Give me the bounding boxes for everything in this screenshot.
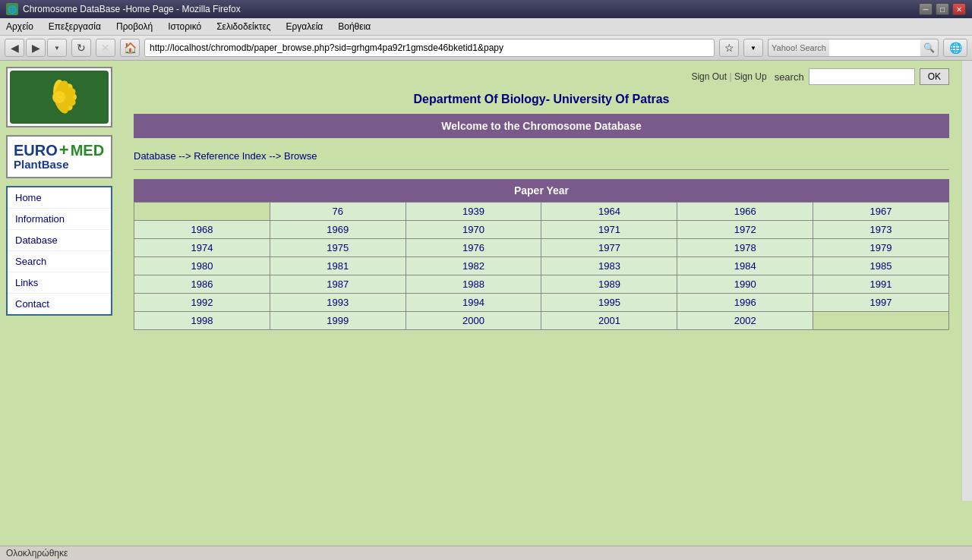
- plantbase-text: PlantBase: [14, 158, 69, 171]
- year-cell[interactable]: 1978: [677, 239, 813, 257]
- menu-edit[interactable]: Επεξεργασία: [46, 20, 104, 33]
- year-cell: [813, 312, 949, 330]
- year-cell[interactable]: 1991: [813, 275, 949, 294]
- year-cell[interactable]: 1968: [134, 221, 270, 239]
- nav-contact[interactable]: Contact: [8, 294, 111, 314]
- year-cell[interactable]: 1979: [813, 239, 949, 257]
- yahoo-search-button[interactable]: 🔍: [920, 39, 939, 57]
- year-cell[interactable]: 1999: [270, 312, 406, 330]
- year-cell[interactable]: 2000: [406, 312, 541, 330]
- year-cell[interactable]: 2002: [677, 312, 813, 330]
- year-cell[interactable]: 1967: [813, 203, 949, 221]
- menu-tools[interactable]: Εργαλεία: [283, 20, 327, 33]
- ok-button[interactable]: OK: [920, 68, 949, 85]
- browser-titlebar: 🌐 Chromosome DataBase -Home Page - Mozil…: [0, 0, 972, 18]
- forward-button[interactable]: ▶: [26, 39, 46, 57]
- url-bar[interactable]: [144, 39, 715, 57]
- year-cell[interactable]: 1985: [813, 257, 949, 275]
- year-cell[interactable]: 1987: [270, 275, 406, 294]
- year-cell[interactable]: 1994: [406, 294, 541, 312]
- year-cell[interactable]: 1981: [270, 257, 406, 275]
- breadcrumb-browse[interactable]: Browse: [284, 150, 317, 162]
- nav-links[interactable]: Links: [8, 272, 111, 294]
- year-cell[interactable]: 1990: [677, 275, 813, 294]
- svg-point-9: [53, 91, 65, 103]
- year-cell[interactable]: 1974: [134, 239, 270, 257]
- nav-back-forward: ◀ ▶ ▼: [5, 39, 67, 57]
- nav-search[interactable]: Search: [8, 251, 111, 272]
- home-button[interactable]: 🏠: [120, 39, 140, 57]
- year-cell[interactable]: 1966: [677, 203, 813, 221]
- sign-up-link[interactable]: Sign Up: [734, 71, 767, 82]
- menu-file[interactable]: Αρχείο: [3, 20, 36, 33]
- year-cell[interactable]: 1973: [813, 221, 949, 239]
- browser-title: 🌐 Chromosome DataBase -Home Page - Mozil…: [6, 3, 241, 15]
- breadcrumb-database[interactable]: Database -->: [134, 150, 191, 162]
- year-cell[interactable]: 1995: [541, 294, 677, 312]
- search-area: search OK: [775, 68, 949, 85]
- year-cell[interactable]: 1989: [541, 275, 677, 294]
- year-cell[interactable]: 1971: [541, 221, 677, 239]
- close-button[interactable]: ✕: [952, 3, 966, 15]
- nav-dropdown[interactable]: ▼: [47, 39, 67, 57]
- sign-out-link[interactable]: Sign Out: [691, 71, 727, 82]
- year-cell[interactable]: 1997: [813, 294, 949, 312]
- reload-button[interactable]: ↻: [71, 39, 91, 57]
- page-wrapper: EURO + MED PlantBase Home Information Da…: [0, 61, 972, 501]
- year-cell[interactable]: 1964: [541, 203, 677, 221]
- breadcrumb-reference[interactable]: Reference Index -->: [194, 150, 281, 162]
- yahoo-search-input[interactable]: [829, 39, 920, 57]
- breadcrumb-divider: [134, 169, 949, 170]
- year-cell: [134, 203, 270, 221]
- university-title: Department Of Biology- University Of Pat…: [134, 93, 949, 106]
- year-cell[interactable]: 1975: [270, 239, 406, 257]
- stop-button[interactable]: ✕: [96, 39, 115, 57]
- year-cell[interactable]: 1972: [677, 221, 813, 239]
- back-button[interactable]: ◀: [5, 39, 24, 57]
- year-cell[interactable]: 1996: [677, 294, 813, 312]
- year-cell[interactable]: 1977: [541, 239, 677, 257]
- plus-icon: +: [59, 143, 69, 157]
- year-cell[interactable]: 1984: [677, 257, 813, 275]
- sign-links: Sign Out | Sign Up: [691, 71, 766, 82]
- maximize-button[interactable]: □: [936, 3, 949, 15]
- nav-database[interactable]: Database: [8, 230, 111, 251]
- menu-view[interactable]: Προβολή: [113, 20, 156, 33]
- browser-favicon: 🌐: [6, 3, 18, 15]
- plant-text: Plant: [14, 158, 42, 171]
- yahoo-search-wrap: Yahoo! Search 🔍: [768, 39, 939, 57]
- scrollbar[interactable]: [961, 61, 972, 501]
- year-cell[interactable]: 1992: [134, 294, 270, 312]
- header-area: Sign Out | Sign Up search OK: [134, 68, 949, 85]
- year-cell[interactable]: 1993: [270, 294, 406, 312]
- euro-text: EURO: [14, 143, 58, 158]
- browser-title-text: Chromosome DataBase -Home Page - Mozilla…: [23, 4, 241, 14]
- year-cell[interactable]: 1969: [270, 221, 406, 239]
- nav-home[interactable]: Home: [8, 187, 111, 209]
- nav-menu: Home Information Database Search Links C…: [6, 186, 112, 316]
- year-cell[interactable]: 1976: [406, 239, 541, 257]
- menu-help[interactable]: Βοήθεια: [335, 20, 374, 33]
- year-cell[interactable]: 1998: [134, 312, 270, 330]
- nav-information[interactable]: Information: [8, 209, 111, 230]
- star-dropdown[interactable]: ▼: [743, 39, 763, 57]
- med-text: MED: [71, 143, 104, 158]
- menu-bookmarks[interactable]: Σελιδοδείκτες: [213, 20, 273, 33]
- search-label: search: [775, 71, 804, 83]
- search-input[interactable]: [809, 68, 915, 85]
- year-cell[interactable]: 1980: [134, 257, 270, 275]
- browser-menubar: Αρχείο Επεξεργασία Προβολή Ιστορικό Σελι…: [0, 18, 972, 36]
- year-cell[interactable]: 1939: [406, 203, 541, 221]
- menu-history[interactable]: Ιστορικό: [165, 20, 204, 33]
- year-cell[interactable]: 1983: [541, 257, 677, 275]
- minimize-button[interactable]: ─: [919, 3, 933, 15]
- star-button[interactable]: ☆: [719, 39, 739, 57]
- year-cell[interactable]: 2001: [541, 312, 677, 330]
- year-cell[interactable]: 1970: [406, 221, 541, 239]
- year-cell[interactable]: 1988: [406, 275, 541, 294]
- year-cell[interactable]: 1986: [134, 275, 270, 294]
- window-controls: ─ □ ✕: [919, 3, 966, 15]
- year-cell[interactable]: 76: [270, 203, 406, 221]
- year-cell[interactable]: 1982: [406, 257, 541, 275]
- browser-navbar: ◀ ▶ ▼ ↻ ✕ 🏠 ☆ ▼ Yahoo! Search 🔍 🌐: [0, 36, 972, 61]
